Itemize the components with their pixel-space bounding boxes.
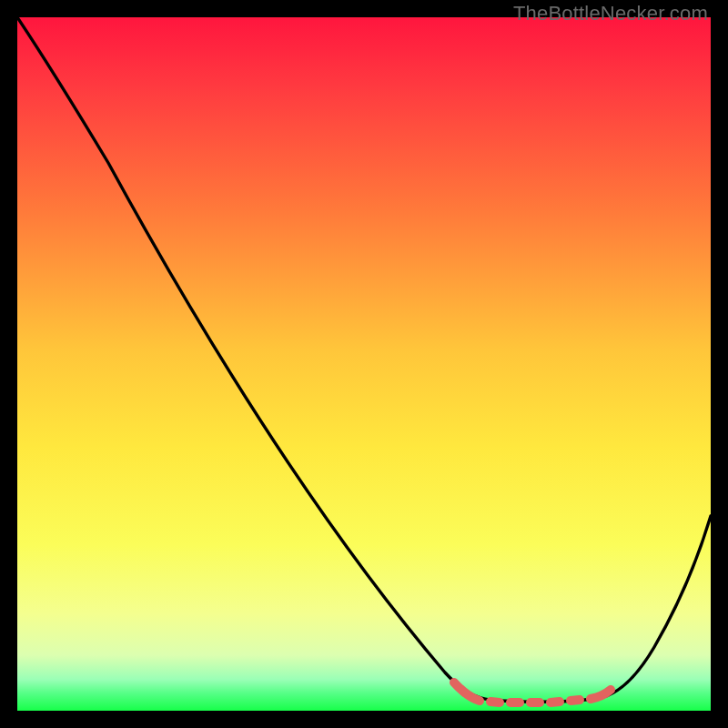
chart-plot-area [17,17,711,711]
gradient-bg [17,17,711,711]
svg-line-3 [551,702,560,703]
svg-line-0 [490,702,500,703]
svg-line-4 [571,700,580,701]
watermark-text: TheBottleNecker.com [513,2,708,25]
chart-svg [17,17,711,711]
